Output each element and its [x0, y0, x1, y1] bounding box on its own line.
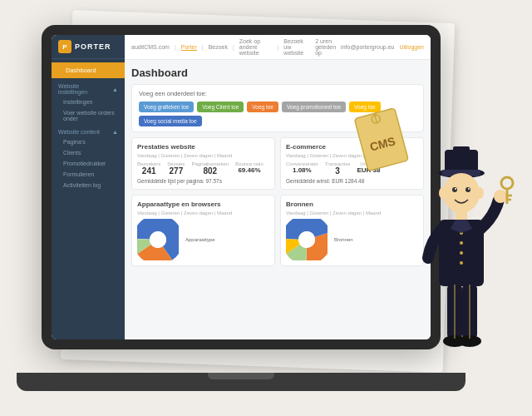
widget-bronnen: Bronnen Vandaag | Gisteren | Zeven dagen… [280, 195, 424, 266]
pie-area-apparaat: Apparaattype [137, 219, 269, 260]
add-btn-2[interactable]: Voeg toe [247, 102, 278, 112]
nav-item-clients[interactable]: Clients [52, 147, 125, 158]
widget-apparaat-title: Apparaattype en browsers [137, 201, 269, 208]
svg-point-20 [455, 188, 456, 190]
widget-apparaat: Apparaattype en browsers Vandaag | Giste… [131, 195, 275, 266]
top-bar-tabs: auditCMS.com | Porter | Bezoek | Zoek op… [131, 38, 310, 56]
pie-chart-apparaat [137, 219, 179, 260]
nav-label-dashboard: Dashboard [66, 67, 96, 74]
add-btn-1[interactable]: Voeg Client toe [197, 102, 244, 112]
tab-auditcms[interactable]: auditCMS.com [131, 44, 170, 50]
nav-item-activiteiten[interactable]: Activiteiten log [52, 180, 125, 191]
main-content: auditCMS.com | Porter | Bezoek | Zoek op… [125, 35, 431, 339]
logo-icon: P [58, 40, 71, 53]
widget-bronnen-title: Bronnen [286, 201, 418, 208]
svg-point-3 [150, 231, 166, 248]
nav-item-dashboard[interactable]: Dashboard [52, 62, 125, 78]
stat-paginabezoeken: Paginabezoeken 802 [191, 161, 229, 176]
widget-ecommerce-footer: Gemiddelde winst: EUR 1284.48 [286, 178, 418, 184]
stat-sessies: Sessies 277 [167, 161, 185, 176]
stat-transacties-value: 3 [325, 166, 351, 176]
sidebar-logo: P PORTER [52, 35, 125, 59]
svg-point-27 [460, 241, 463, 245]
topbar-email: info@portergroup.eu [341, 44, 394, 50]
svg-point-17 [443, 173, 480, 213]
widget-apparaat-subtitle: Vandaag | Gisteren | Zeven dagen | Maand [137, 210, 269, 215]
stat-bounce: Bounce ratio 69.46% [235, 161, 264, 176]
svg-point-18 [452, 187, 457, 192]
scene: P PORTER Dashboard Website instellingen … [0, 0, 532, 416]
top-bar-right: 2 uren geleden op info@portergroup.eu Ui… [315, 38, 424, 56]
stat-bezoekers-value: 241 [137, 166, 160, 176]
stat-bezoekers: Bezoekers 241 [137, 161, 160, 176]
widget-bronnen-subtitle: Vandaag | Gisteren | Zeven dagen | Maand [286, 210, 418, 215]
nav-section-website-label: Website instellingen [58, 83, 109, 95]
svg-point-22 [439, 187, 447, 199]
stat-conversie-value: 1.08% [286, 166, 318, 174]
bottom-widgets-row: Apparaattype en browsers Vandaag | Giste… [131, 195, 424, 266]
tab-search[interactable]: Zoek op andere website [239, 38, 273, 56]
chart-apparaat-label: Apparaattype [185, 237, 215, 242]
sidebar: P PORTER Dashboard Website instellingen … [52, 35, 125, 339]
logo-icon-text: P [62, 43, 66, 51]
add-btn-3[interactable]: Voeg promotioneel toe [282, 102, 346, 112]
nav-dot-dashboard [58, 68, 62, 72]
svg-point-23 [475, 187, 484, 199]
widget-prestaties-subtitle: Vandaag | Gisteren | Zeven dagen | Maand [137, 153, 269, 158]
svg-point-21 [468, 188, 470, 190]
svg-point-8 [298, 231, 315, 248]
top-bar: auditCMS.com | Porter | Bezoek | Zoek op… [125, 35, 431, 60]
mascot [407, 133, 515, 399]
sidebar-nav: Dashboard Website instellingen ▲ Instell… [52, 59, 125, 194]
topbar-logout[interactable]: Uitloggen [399, 44, 424, 50]
nav-item-promotie[interactable]: Promotiedrukker [52, 158, 125, 169]
laptop-screen-inner: P PORTER Dashboard Website instellingen … [52, 35, 431, 339]
svg-point-31 [501, 177, 513, 189]
add-btn-5[interactable]: Voeg social media toe [139, 116, 202, 126]
widget-prestaties: Prestaties website Vandaag | Gisteren | … [131, 137, 275, 190]
svg-point-29 [460, 261, 463, 265]
tab-bezoek[interactable]: Bezoek [209, 44, 228, 50]
pie-area-bronnen: Bronnen [286, 219, 418, 260]
nav-item-paginas[interactable]: Pagina's [52, 136, 125, 147]
logo-text: PORTER [75, 42, 111, 51]
tab-website[interactable]: Bezoek uw website [283, 38, 310, 56]
nav-section-content: Website content ▲ [52, 124, 125, 136]
stat-transacties: Transacties 3 [325, 161, 351, 176]
svg-point-30 [494, 190, 507, 203]
nav-section-arrow: ▲ [112, 87, 118, 92]
stat-conversie: Conversieratio 1.08% [286, 161, 318, 176]
topbar-time: 2 uren geleden op [315, 38, 336, 56]
pie-chart-bronnen [286, 219, 328, 260]
svg-point-19 [466, 187, 470, 192]
stat-bounce-value: 69.46% [235, 166, 264, 174]
nav-item-instellingen[interactable]: Instellingen [52, 97, 125, 107]
svg-rect-16 [453, 146, 470, 153]
add-section-title: Voeg een onderdeel toe: [139, 90, 416, 97]
nav-item-formulieren[interactable]: Formulieren [52, 169, 125, 180]
tab-porter[interactable]: Porter [181, 44, 197, 51]
page-title: Dashboard [131, 67, 424, 79]
laptop-base [17, 373, 466, 391]
nav-section-content-arrow: ▲ [112, 129, 118, 135]
stat-sessies-value: 277 [167, 166, 185, 176]
nav-item-orders[interactable]: Voer website orders onder [52, 107, 125, 124]
svg-point-28 [460, 251, 463, 255]
mascot-svg [407, 133, 515, 399]
add-btn-0[interactable]: Voeg grafieken toe [139, 102, 194, 112]
page-content: Dashboard Voeg een onderdeel toe: Voeg g… [125, 60, 431, 339]
laptop-screen-outer: P PORTER Dashboard Website instellingen … [42, 25, 441, 349]
widget-prestaties-stats: Bezoekers 241 Sessies 277 Paginabezoeken [137, 161, 269, 176]
widget-prestaties-title: Prestaties website [137, 143, 269, 151]
stat-paginabezoeken-value: 802 [191, 166, 229, 176]
chart-bronnen-label: Bronnen [334, 237, 353, 242]
widget-prestaties-footer: Gemiddelde lijst per pagina: 97.57s [137, 178, 269, 184]
nav-section-website: Website instellingen ▲ [52, 78, 125, 97]
nav-section-content-label: Website content [58, 129, 100, 135]
